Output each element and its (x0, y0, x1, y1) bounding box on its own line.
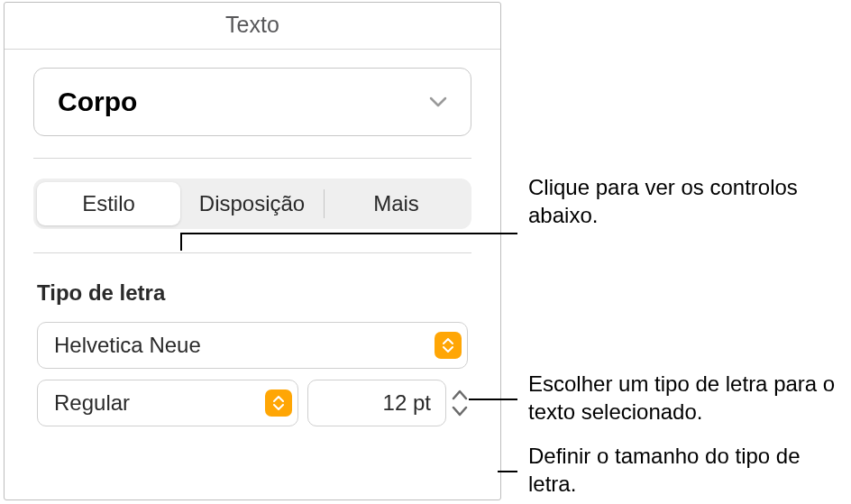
updown-icon (435, 332, 462, 359)
paragraph-style-dropdown[interactable]: Corpo (33, 68, 471, 136)
text-inspector-panel: Texto Corpo Estilo Disposição Mais Tipo … (4, 2, 501, 500)
font-family-value: Helvetica Neue (54, 333, 201, 358)
font-weight-value: Regular (54, 390, 130, 416)
updown-icon (265, 389, 292, 417)
callout-font-family: Escolher um tipo de letra para o texto s… (528, 370, 851, 426)
tab-more[interactable]: Mais (325, 182, 468, 225)
divider (33, 158, 471, 159)
font-section-label: Tipo de letra (37, 280, 468, 306)
callout-tabs: Clique para ver os controlos abaixo. (528, 173, 851, 229)
text-tabs: Estilo Disposição Mais (33, 179, 471, 229)
chevron-up-icon (452, 389, 468, 400)
callout-leader (498, 471, 517, 472)
font-family-select[interactable]: Helvetica Neue (37, 322, 468, 369)
divider (33, 252, 471, 253)
panel-title: Texto (5, 3, 500, 50)
font-size-stepper[interactable] (452, 380, 468, 426)
callout-leader (180, 233, 182, 251)
font-size-input[interactable]: 12 pt (307, 380, 446, 426)
font-weight-select[interactable]: Regular (37, 380, 298, 426)
chevron-down-icon (452, 406, 468, 417)
callout-font-size: Definir o tamanho do tipo de letra. (528, 442, 851, 498)
paragraph-style-label: Corpo (58, 87, 137, 117)
tab-style[interactable]: Estilo (37, 182, 180, 225)
callout-leader (469, 399, 517, 400)
callout-leader (180, 233, 517, 234)
font-size-value: 12 pt (383, 390, 431, 416)
chevron-down-icon (429, 96, 447, 107)
tab-layout[interactable]: Disposição (180, 182, 324, 225)
